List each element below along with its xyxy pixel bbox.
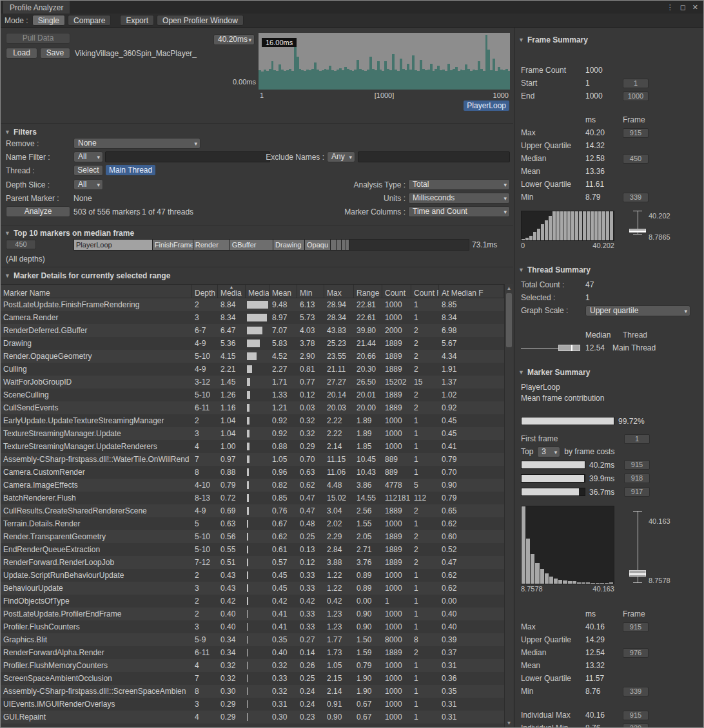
y-axis-range-dropdown[interactable]: 40.20ms ▾ [213, 34, 255, 45]
top-count-dropdown[interactable]: 3 ▾ [537, 446, 560, 457]
top-marker-segment[interactable]: PlayerLoop [74, 240, 153, 250]
marker-columns-dropdown[interactable]: Time and Count ▾ [408, 206, 510, 217]
table-row[interactable]: TextureStreamingManager.UpdateRenderers4… [1, 440, 504, 453]
table-row[interactable]: ScreenSpaceAmbientOcclusion70.320.330.25… [1, 672, 504, 685]
exclude-mode-dropdown[interactable]: Any ▾ [327, 151, 355, 162]
top-marker-segment[interactable]: FinishFrameR [153, 240, 193, 250]
frame-link-badge[interactable]: 1 [624, 434, 650, 444]
close-icon[interactable]: ✕ [692, 3, 698, 12]
depth-slice-dropdown[interactable]: All ▾ [73, 179, 103, 190]
tab-profile-analyzer[interactable]: Profile Analyzer [3, 1, 70, 14]
name-filter-input[interactable] [105, 151, 270, 162]
open-profiler-window-button[interactable]: Open Profiler Window [157, 15, 244, 26]
table-row[interactable]: Profiler.FlushMemoryCounters40.320.320.2… [1, 659, 504, 672]
top-marker-segment[interactable] [346, 240, 350, 250]
foldout-triangle-icon[interactable]: ▼ [5, 273, 10, 279]
maximize-icon[interactable]: ◻ [680, 3, 686, 12]
frame-link-badge[interactable]: 915 [624, 460, 650, 470]
table-row[interactable]: Drawing4-95.365.833.7825.2321.44188925.6… [1, 337, 504, 350]
table-row[interactable]: RenderForwardAlpha.Render6-110.340.400.1… [1, 646, 504, 659]
table-row[interactable]: BatchRenderer.Flush8-130.720.850.4715.02… [1, 492, 504, 504]
table-row[interactable]: EndRenderQueueExtraction5-100.550.610.13… [1, 543, 504, 556]
top-marker-segment[interactable] [337, 240, 342, 250]
table-row[interactable]: FindObjectsOfType20.420.420.420.420.0011… [1, 595, 504, 608]
menu-icon[interactable]: ⋮ [667, 3, 674, 12]
column-header-media-2[interactable]: ▲Media [218, 285, 246, 298]
frame-link-badge[interactable]: 915 [623, 128, 649, 138]
save-button[interactable]: Save [40, 48, 70, 59]
marker-time-histogram[interactable] [521, 506, 614, 584]
foldout-triangle-icon[interactable]: ▼ [5, 230, 10, 236]
table-row[interactable]: BehaviourUpdate30.430.450.331.220.891000… [1, 582, 504, 595]
thread-chip[interactable]: Main Thread [106, 165, 155, 175]
table-row[interactable]: Render.TransparentGeometry5-100.560.620.… [1, 530, 504, 543]
table-row[interactable]: Assembly-CSharp-firstpass.dll!::WaterTil… [1, 453, 504, 466]
frame-link-badge[interactable]: 1000 [623, 91, 649, 101]
frame-link-badge[interactable]: 339 [623, 723, 649, 728]
top-marker-segment[interactable]: Opaqu [305, 240, 331, 250]
table-row[interactable]: PostLateUpdate.ProfilerEndFrame20.400.41… [1, 608, 504, 620]
analyze-button[interactable]: Analyze [6, 206, 70, 217]
table-row[interactable]: TextureStreamingManager.Update31.040.920… [1, 427, 504, 440]
table-row[interactable]: Assembly-CSharp-firstpass.dll!::ScreenSp… [1, 685, 504, 698]
name-filter-mode-dropdown[interactable]: All ▾ [73, 151, 103, 162]
column-header-at-median-f-10[interactable]: At Median F [439, 285, 504, 298]
top-marker-segment[interactable]: GBuffer [230, 240, 273, 250]
graph-scale-dropdown[interactable]: Upper quartile ▾ [585, 305, 690, 316]
frame-link-badge[interactable]: 918 [624, 474, 650, 483]
mode-single-button[interactable]: Single [32, 15, 65, 26]
table-row[interactable]: PostLateUpdate.FinishFrameRendering28.84… [1, 298, 504, 311]
frame-time-bar[interactable] [508, 71, 510, 90]
remove-dropdown[interactable]: None ▾ [73, 138, 200, 149]
table-row[interactable]: CullSendEvents6-111.161.210.0320.0320.00… [1, 401, 504, 414]
frame-link-badge[interactable]: 450 [623, 154, 649, 164]
table-row[interactable]: Terrain.Details.Render50.630.670.482.021… [1, 517, 504, 530]
column-header-marker-name-0[interactable]: Marker Name [1, 285, 192, 298]
load-button[interactable]: Load [6, 48, 37, 59]
frame-link-badge[interactable]: 915 [623, 622, 649, 632]
foldout-triangle-icon[interactable]: ▼ [518, 267, 524, 273]
frame-time-histogram[interactable] [521, 211, 614, 241]
frame-time-chart[interactable]: 16.00ms [259, 33, 510, 90]
top-marker-segment[interactable] [342, 240, 346, 250]
frame-link-badge[interactable]: 917 [624, 487, 650, 497]
scrollbar-thumb[interactable] [506, 293, 512, 347]
table-row[interactable]: Render.OpaqueGeometry5-104.154.522.9023.… [1, 350, 504, 363]
table-row[interactable]: Camera.ImageEffects4-100.790.820.624.483… [1, 479, 504, 492]
frame-link-badge[interactable]: 976 [623, 648, 649, 658]
column-header-mean-4[interactable]: Mean [269, 285, 297, 298]
top-marker-segment[interactable] [331, 240, 337, 250]
column-header-count-fra-9[interactable]: Count Fra [411, 285, 439, 298]
table-row[interactable]: Camera.Render38.348.975.7328.3422.611000… [1, 311, 504, 324]
table-row[interactable]: Culling4-92.212.270.8121.1120.30188921.9… [1, 363, 504, 376]
column-header-count-8[interactable]: Count [382, 285, 411, 298]
foldout-triangle-icon[interactable]: ▼ [5, 129, 10, 135]
frame-link-badge[interactable]: 339 [623, 687, 649, 696]
thread-select-button[interactable]: Select [73, 165, 103, 176]
thread-row-main[interactable]: 12.54 Main Thread [514, 341, 703, 354]
exclude-names-input[interactable] [358, 151, 510, 162]
scroll-down-icon[interactable]: ▼ [505, 720, 513, 726]
table-row[interactable]: CullResults.CreateSharedRendererScene4-9… [1, 504, 504, 517]
foldout-triangle-icon[interactable]: ▼ [518, 37, 524, 43]
table-row[interactable]: Update.ScriptRunBehaviourUpdate20.430.45… [1, 569, 504, 582]
frame-link-badge[interactable]: 339 [623, 193, 649, 202]
export-button[interactable]: Export [120, 15, 154, 26]
selected-marker-chip[interactable]: PlayerLoop [464, 101, 509, 111]
top-marker-segment[interactable]: Render [193, 240, 230, 250]
table-row[interactable]: RenderDeferred.GBuffer6-76.477.074.0343.… [1, 324, 504, 337]
column-header-range-7[interactable]: Range [354, 285, 382, 298]
table-row[interactable]: Graphics.Blit5-90.340.350.271.771.508000… [1, 633, 504, 646]
table-row[interactable]: UIEvents.IMGUIRenderOverlays30.290.310.2… [1, 698, 504, 711]
column-header-media-3[interactable]: Media [246, 285, 269, 298]
mode-compare-button[interactable]: Compare [68, 15, 111, 26]
table-row[interactable]: Profiler.FlushCounters30.400.410.331.230… [1, 620, 504, 633]
table-row[interactable]: Camera.CustomRender80.880.960.6311.0610.… [1, 466, 504, 479]
table-row[interactable]: WaitForJobGroupID3-121.451.710.7727.2726… [1, 376, 504, 388]
analysis-type-dropdown[interactable]: Total ▾ [408, 179, 510, 190]
scroll-up-icon[interactable]: ▲ [505, 285, 513, 291]
units-dropdown[interactable]: Milliseconds ▾ [408, 193, 510, 204]
table-row[interactable]: RenderForward.RenderLoopJob7-120.510.570… [1, 556, 504, 569]
foldout-triangle-icon[interactable]: ▼ [518, 369, 524, 376]
table-row[interactable]: EarlyUpdate.UpdateTextureStreamingManage… [1, 414, 504, 427]
